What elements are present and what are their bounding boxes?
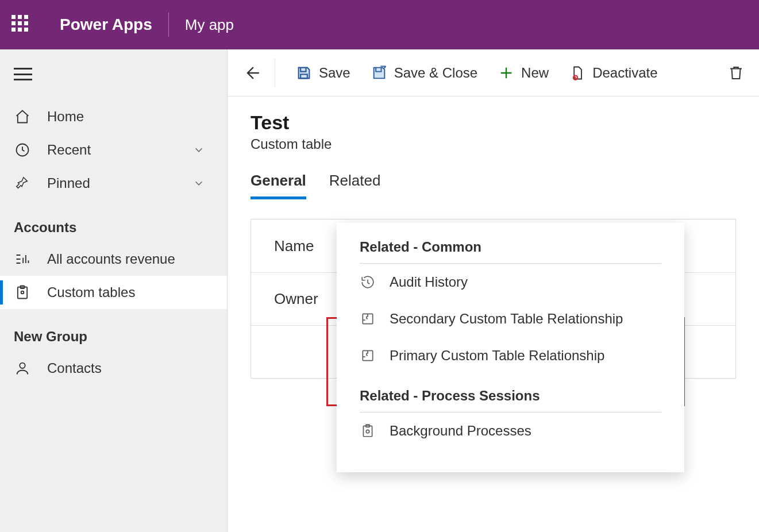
app-header: Power Apps My app	[0, 0, 759, 49]
pin-icon	[14, 175, 31, 192]
sidebar-item-contacts[interactable]: Contacts	[0, 352, 227, 385]
field-label: Name	[274, 237, 314, 255]
save-button[interactable]: Save	[286, 57, 361, 88]
svg-point-3	[21, 291, 24, 294]
sidebar-item-custom-tables[interactable]: Custom tables	[0, 276, 227, 309]
sidebar: Home Recent Pinned Accou	[0, 49, 228, 532]
sidebar-item-pinned[interactable]: Pinned	[0, 167, 227, 200]
tab-strip: General Related	[228, 161, 759, 199]
record-title: Test	[251, 111, 736, 134]
flyout-section-process-sessions: Related - Process Sessions	[360, 388, 661, 413]
person-icon	[14, 360, 31, 377]
save-close-icon	[371, 65, 387, 81]
sidebar-item-all-accounts-revenue[interactable]: All accounts revenue	[0, 242, 227, 276]
sidebar-item-label: Contacts	[47, 360, 102, 376]
product-name: Power Apps	[60, 16, 152, 34]
plus-icon	[498, 65, 514, 81]
svg-point-11	[366, 430, 369, 433]
command-label: Save & Close	[394, 65, 477, 81]
related-flyout: Related - Common Audit History Secondary…	[337, 223, 684, 472]
puzzle-icon	[360, 311, 376, 327]
flyout-item-label: Audit History	[390, 274, 468, 290]
flyout-section-common: Related - Common	[360, 239, 661, 264]
sidebar-group-new-group: New Group	[0, 309, 227, 352]
record-subtitle: Custom table	[251, 136, 736, 152]
back-button[interactable]	[239, 60, 264, 86]
save-and-close-button[interactable]: Save & Close	[361, 57, 488, 88]
tab-general[interactable]: General	[251, 172, 306, 199]
deactivate-button[interactable]: Deactivate	[559, 57, 668, 88]
flyout-item-primary-relationship[interactable]: Primary Custom Table Relationship	[360, 337, 661, 374]
flyout-item-label: Background Processes	[390, 423, 531, 439]
field-label: Owner	[274, 290, 318, 308]
hamburger-menu-icon[interactable]	[14, 68, 32, 80]
sidebar-group-accounts: Accounts	[0, 200, 227, 242]
flyout-item-background-processes[interactable]: Background Processes	[360, 413, 661, 449]
content-area: Save Save & Close New	[228, 49, 759, 532]
chevron-down-icon	[192, 177, 205, 190]
flyout-item-label: Secondary Custom Table Relationship	[390, 311, 623, 327]
new-button[interactable]: New	[488, 57, 559, 88]
clipboard-icon	[14, 284, 31, 301]
flyout-item-label: Primary Custom Table Relationship	[390, 348, 604, 364]
flyout-item-audit-history[interactable]: Audit History	[360, 264, 661, 300]
command-label: New	[521, 65, 549, 81]
tab-related[interactable]: Related	[329, 172, 381, 199]
app-name[interactable]: My app	[185, 16, 234, 34]
svg-point-4	[20, 363, 25, 368]
command-label: Deactivate	[592, 65, 657, 81]
clock-icon	[14, 141, 31, 159]
deactivate-icon	[569, 65, 585, 81]
chevron-down-icon	[192, 144, 205, 156]
sidebar-item-label: All accounts revenue	[47, 251, 175, 267]
command-divider	[275, 59, 275, 87]
sidebar-item-home[interactable]: Home	[0, 100, 227, 133]
flyout-item-secondary-relationship[interactable]: Secondary Custom Table Relationship	[360, 300, 661, 337]
delete-button[interactable]	[725, 61, 748, 84]
record-header: Test Custom table	[228, 97, 759, 161]
sidebar-item-recent[interactable]: Recent	[0, 133, 227, 167]
sidebar-item-label: Custom tables	[47, 284, 135, 300]
command-label: Save	[319, 65, 350, 81]
clipboard-icon	[360, 423, 376, 439]
sidebar-item-label: Home	[47, 109, 84, 125]
home-icon	[14, 108, 31, 125]
app-launcher-icon[interactable]	[11, 15, 31, 34]
header-divider	[168, 13, 169, 37]
save-icon	[296, 65, 312, 81]
sidebar-item-label: Pinned	[47, 175, 90, 191]
command-bar: Save Save & Close New	[228, 49, 759, 97]
puzzle-icon	[360, 348, 376, 364]
chart-icon	[14, 250, 31, 268]
history-icon	[360, 274, 376, 290]
sidebar-item-label: Recent	[47, 142, 91, 158]
